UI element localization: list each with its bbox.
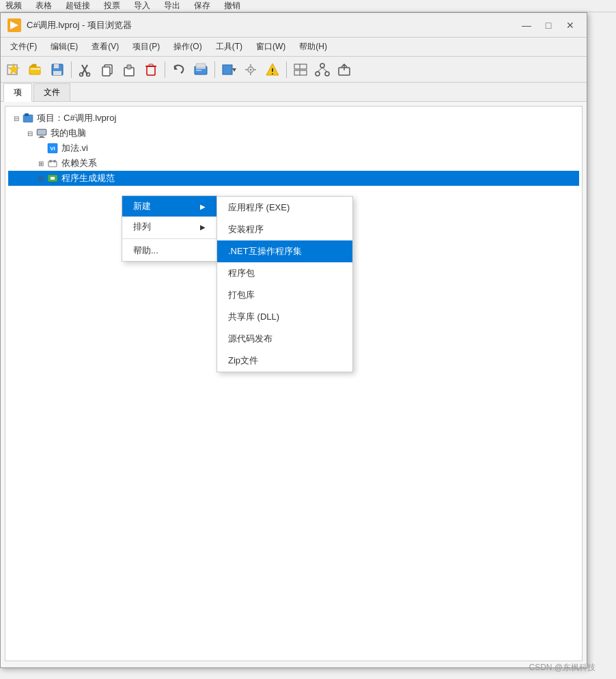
warning-button[interactable] xyxy=(262,59,283,80)
tree-item-computer[interactable]: ⊟ 我的电脑 xyxy=(8,126,579,141)
submenu-source[interactable]: 源代码发布 xyxy=(217,328,352,350)
svg-point-38 xyxy=(320,64,324,68)
context-menu-help-label: 帮助... xyxy=(133,245,158,257)
window-title: C#调用.lvproj - 项目浏览器 xyxy=(27,19,512,31)
svg-point-26 xyxy=(250,68,252,70)
undo-button[interactable] xyxy=(169,59,189,80)
top-bar-item[interactable]: 表格 xyxy=(36,0,52,12)
svg-text:VI: VI xyxy=(50,146,55,152)
menu-tools[interactable]: 工具(T) xyxy=(209,38,249,55)
submenu-packlib[interactable]: 打包库 xyxy=(217,284,352,306)
tree-label-computer: 我的电脑 xyxy=(51,127,86,139)
close-button[interactable]: ✕ xyxy=(561,18,580,33)
submenu-dll[interactable]: 共享库 (DLL) xyxy=(217,306,352,328)
submenu-zip[interactable]: Zip文件 xyxy=(217,350,352,372)
svg-point-10 xyxy=(87,72,90,76)
top-bar-item[interactable]: 超链接 xyxy=(66,0,90,12)
computer-icon xyxy=(36,127,48,139)
watermark: CSDN @东枫科技 xyxy=(529,662,596,674)
context-menu-new-label: 新建 xyxy=(133,200,151,212)
context-menu-help[interactable]: 帮助... xyxy=(122,240,216,261)
export-button[interactable] xyxy=(334,59,354,80)
tree-toggle-deps[interactable]: ⊞ xyxy=(36,160,46,167)
cut-button[interactable] xyxy=(75,59,96,80)
network-button[interactable] xyxy=(312,59,333,80)
minimize-button[interactable]: — xyxy=(517,18,536,33)
menu-edit[interactable]: 编辑(E) xyxy=(44,38,85,55)
tab-file[interactable]: 文件 xyxy=(33,83,70,101)
delete-button[interactable] xyxy=(141,59,161,80)
svg-point-9 xyxy=(80,72,83,76)
svg-rect-48 xyxy=(40,136,44,137)
tree-item-build[interactable]: ⊞ 程序生成规范 xyxy=(8,171,579,186)
top-bar-item[interactable]: 保存 xyxy=(194,0,210,12)
svg-rect-3 xyxy=(29,67,40,74)
svg-line-42 xyxy=(322,68,327,72)
svg-rect-5 xyxy=(54,64,59,68)
top-bar-item[interactable]: 投票 xyxy=(104,0,120,12)
tab-xiang[interactable]: 项 xyxy=(3,83,32,102)
svg-point-33 xyxy=(272,73,273,74)
open-button[interactable] xyxy=(25,59,46,80)
menu-bar: 文件(F) 编辑(E) 查看(V) 项目(P) 操作(O) 工具(T) 窗口(W… xyxy=(1,38,587,57)
svg-rect-23 xyxy=(223,65,232,74)
submenu-arrow-sort: ▶ xyxy=(200,223,206,231)
submenu-install[interactable]: 安装程序 xyxy=(217,219,352,240)
svg-rect-35 xyxy=(294,70,307,75)
maximize-button[interactable]: □ xyxy=(539,18,558,33)
build-icon xyxy=(46,172,59,184)
context-menu-separator xyxy=(122,238,216,239)
svg-marker-0 xyxy=(10,21,18,29)
submenu-arrow-new: ▶ xyxy=(200,203,206,210)
tree-toggle-computer[interactable]: ⊟ xyxy=(25,130,36,137)
submenu-package[interactable]: 程序包 xyxy=(217,262,352,284)
save-button[interactable] xyxy=(47,59,68,80)
separator-2 xyxy=(165,61,165,78)
submenu-dotnet[interactable]: .NET互操作程序集 xyxy=(217,240,352,262)
window-controls: — □ ✕ xyxy=(517,18,580,33)
settings-button[interactable] xyxy=(240,59,261,80)
grid-button[interactable] xyxy=(290,59,311,80)
context-menu: 新建 ▶ 应用程序 (EXE) 安装程序 .NET互操作程序集 程序包 打包库 … xyxy=(122,195,217,262)
svg-marker-24 xyxy=(232,68,236,72)
submenu: 应用程序 (EXE) 安装程序 .NET互操作程序集 程序包 打包库 共享库 (… xyxy=(216,196,353,372)
top-bar-item[interactable]: 导入 xyxy=(134,0,150,12)
menu-view[interactable]: 查看(V) xyxy=(85,38,126,55)
new-button[interactable] xyxy=(3,59,24,80)
menu-operate[interactable]: 操作(O) xyxy=(167,38,208,55)
menu-file[interactable]: 文件(F) xyxy=(3,38,44,55)
submenu-exe[interactable]: 应用程序 (EXE) xyxy=(217,197,352,219)
svg-rect-20 xyxy=(196,64,206,68)
vi-icon: VI xyxy=(46,142,59,154)
deps-icon xyxy=(46,157,59,169)
tree-item-project[interactable]: ⊟ 项目：C#调用.lvproj xyxy=(8,111,579,126)
menu-window[interactable]: 窗口(W) xyxy=(249,38,292,55)
context-menu-sort[interactable]: 排列 ▶ xyxy=(122,217,216,237)
context-menu-sort-label: 排列 xyxy=(133,221,151,233)
main-window: C#调用.lvproj - 项目浏览器 — □ ✕ 文件(F) 编辑(E) 查看… xyxy=(0,12,587,668)
separator-1 xyxy=(71,61,72,78)
svg-rect-17 xyxy=(149,64,153,66)
menu-help[interactable]: 帮助(H) xyxy=(292,38,334,55)
top-bar-item[interactable]: 导出 xyxy=(164,0,180,12)
dropdown-button[interactable] xyxy=(219,59,239,80)
top-bar-item[interactable]: 视频 xyxy=(5,0,22,12)
title-bar: C#调用.lvproj - 项目浏览器 — □ ✕ xyxy=(1,13,587,38)
menu-project[interactable]: 项目(P) xyxy=(126,38,167,55)
svg-rect-45 xyxy=(25,113,29,116)
tree-item-deps[interactable]: ⊞ 依赖关系 xyxy=(8,156,579,171)
tree-item-vi[interactable]: VI 加法.vi xyxy=(8,141,579,156)
build-button[interactable] xyxy=(191,59,211,80)
svg-rect-49 xyxy=(38,137,45,138)
tree-toggle-build[interactable]: ⊞ xyxy=(36,175,46,182)
copy-button[interactable] xyxy=(97,59,117,80)
tree-view: ⊟ 项目：C#调用.lvproj ⊟ xyxy=(5,107,582,190)
paste-button[interactable] xyxy=(119,59,139,80)
tree-toggle-project[interactable]: ⊟ xyxy=(11,115,22,122)
context-menu-new[interactable]: 新建 ▶ 应用程序 (EXE) 安装程序 .NET互操作程序集 程序包 打包库 … xyxy=(122,196,216,217)
svg-rect-12 xyxy=(102,67,110,76)
tree-label-build: 程序生成规范 xyxy=(61,172,115,184)
main-content: ⊟ 项目：C#调用.lvproj ⊟ xyxy=(5,106,583,661)
tree-label-deps: 依赖关系 xyxy=(61,157,97,169)
top-bar-item[interactable]: 撤销 xyxy=(224,0,240,12)
